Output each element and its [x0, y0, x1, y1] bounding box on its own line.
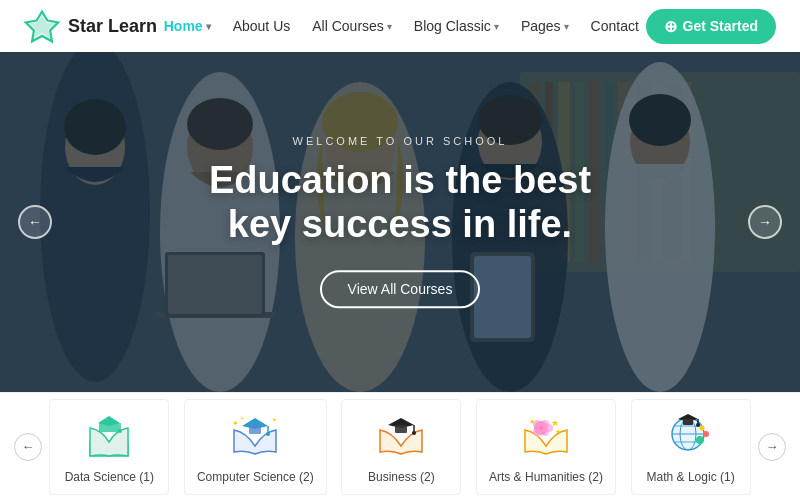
svg-point-71 — [703, 431, 709, 437]
business-icon — [374, 410, 428, 464]
category-item-business[interactable]: Business (2) — [341, 399, 461, 495]
svg-point-70 — [696, 436, 704, 444]
category-item-computer-science[interactable]: ✦ ✦ ✦ Computer Science (2) — [184, 399, 327, 495]
hero-title: Education is the best key success in lif… — [190, 159, 610, 246]
svg-text:✦: ✦ — [232, 419, 239, 428]
category-item-math[interactable]: Math & Logic (1) — [631, 399, 751, 495]
data-science-icon — [82, 410, 136, 464]
svg-point-40 — [118, 429, 122, 433]
category-label-math: Math & Logic (1) — [647, 470, 735, 484]
logo-icon — [24, 8, 60, 44]
hero-next-button[interactable]: → — [748, 205, 782, 239]
categories-list: Data Science (1) ✦ ✦ ✦ Compu — [42, 399, 758, 495]
categories-prev-button[interactable]: ← — [14, 433, 42, 461]
category-label-data-science: Data Science (1) — [65, 470, 154, 484]
nav-links: Home ▾ About Us All Courses ▾ Blog Class… — [164, 18, 639, 34]
computer-science-icon: ✦ ✦ ✦ — [228, 410, 282, 464]
category-item-data-science[interactable]: Data Science (1) — [49, 399, 169, 495]
svg-point-56 — [541, 428, 549, 436]
category-label-business: Business (2) — [368, 470, 435, 484]
math-icon — [664, 410, 718, 464]
chevron-down-icon: ▾ — [564, 21, 569, 32]
view-courses-button[interactable]: View All Courses — [320, 271, 481, 309]
category-label-arts: Arts & Humanities (2) — [489, 470, 603, 484]
svg-text:✦: ✦ — [272, 417, 277, 423]
svg-text:★: ★ — [551, 418, 559, 428]
categories-section: ← Data Science (1) — [0, 392, 800, 500]
svg-point-51 — [412, 431, 416, 435]
svg-text:★: ★ — [529, 418, 535, 425]
svg-point-69 — [696, 423, 700, 427]
navbar: Star Learn Home ▾ About Us All Courses ▾… — [0, 0, 800, 52]
hero-subtitle: WELCOME TO OUR SCHOOL — [190, 135, 610, 147]
plus-circle-icon: ⊕ — [664, 17, 677, 36]
chevron-down-icon: ▾ — [494, 21, 499, 32]
logo-text: Star Learn — [68, 16, 157, 37]
nav-courses[interactable]: All Courses ▾ — [312, 18, 392, 34]
category-item-arts[interactable]: ★ ★ ★ Arts & Humanities (2) — [476, 399, 616, 495]
get-started-button[interactable]: ⊕ Get Started — [646, 9, 776, 44]
nav-blog[interactable]: Blog Classic ▾ — [414, 18, 499, 34]
logo[interactable]: Star Learn — [24, 8, 157, 44]
svg-point-72 — [699, 425, 704, 430]
arts-icon: ★ ★ ★ — [519, 410, 573, 464]
nav-pages[interactable]: Pages ▾ — [521, 18, 569, 34]
svg-rect-49 — [395, 425, 407, 433]
nav-about[interactable]: About Us — [233, 18, 291, 34]
svg-text:✦: ✦ — [240, 415, 244, 421]
svg-rect-42 — [249, 426, 261, 434]
chevron-down-icon: ▾ — [206, 21, 211, 32]
hero-section: ← → WELCOME TO OUR SCHOOL Education is t… — [0, 52, 800, 392]
svg-rect-67 — [683, 419, 693, 425]
chevron-down-icon: ▾ — [387, 21, 392, 32]
nav-home[interactable]: Home ▾ — [164, 18, 211, 34]
svg-point-44 — [266, 432, 270, 436]
hero-prev-button[interactable]: ← — [18, 205, 52, 239]
categories-next-button[interactable]: → — [758, 433, 786, 461]
hero-content: WELCOME TO OUR SCHOOL Education is the b… — [190, 135, 610, 308]
category-label-computer-science: Computer Science (2) — [197, 470, 314, 484]
svg-text:★: ★ — [555, 428, 561, 435]
nav-contact[interactable]: Contact — [591, 18, 639, 34]
svg-point-57 — [533, 428, 541, 436]
